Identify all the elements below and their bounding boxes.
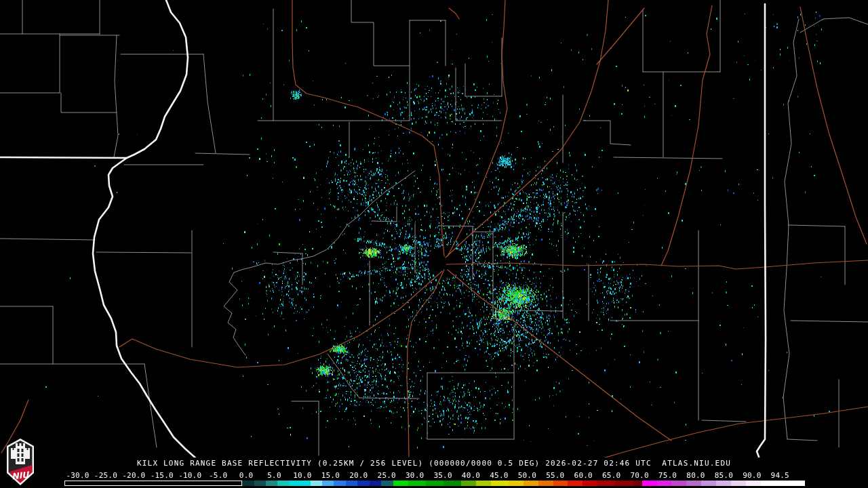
scale-tick-label: 0.0 xyxy=(239,472,253,480)
radar-map-canvas[interactable] xyxy=(0,0,868,488)
scale-tick-label: -10.0 xyxy=(178,472,201,480)
scale-tick-label: 30.0 xyxy=(406,472,424,480)
colorbar-positive-segment xyxy=(242,481,805,486)
scale-tick-label: 65.0 xyxy=(602,472,620,480)
scale-tick-label: -25.0 xyxy=(94,472,117,480)
scale-tick-label: 40.0 xyxy=(462,472,480,480)
scale-tick-label: 60.0 xyxy=(574,472,593,480)
scale-tick-label: -20.0 xyxy=(122,472,145,480)
scale-tick-label: 55.0 xyxy=(546,472,564,480)
scale-tick-label: 35.0 xyxy=(433,472,452,480)
radar-viewer: KILX LONG RANGE BASE REFLECTIVITY (0.25K… xyxy=(0,0,868,488)
scale-tick-label: 75.0 xyxy=(658,472,677,480)
scale-tick-label: 5.0 xyxy=(267,472,281,480)
scale-tick-label: 20.0 xyxy=(349,472,368,480)
scale-tick-label: 94.5 xyxy=(771,472,789,480)
reflectivity-colorbar xyxy=(0,481,868,487)
niu-logo: NIU xyxy=(5,437,36,487)
reflectivity-scale-labels: -30.0-25.0-20.0-15.0-10.0-5.00.05.010.01… xyxy=(0,472,868,480)
scale-tick-label: 45.0 xyxy=(490,472,508,480)
colorbar-negative-segment xyxy=(64,481,242,486)
scale-tick-label: 10.0 xyxy=(293,472,311,480)
scale-tick-label: 90.0 xyxy=(743,472,761,480)
logo-text: NIU xyxy=(11,469,31,481)
scale-tick-label: -15.0 xyxy=(151,472,174,480)
scale-tick-label: 50.0 xyxy=(518,472,536,480)
scale-tick-label: 70.0 xyxy=(630,472,648,480)
scale-tick-label: -5.0 xyxy=(209,472,227,480)
scale-tick-label: 15.0 xyxy=(321,472,340,480)
scale-tick-label: 80.0 xyxy=(686,472,705,480)
radar-caption: KILX LONG RANGE BASE REFLECTIVITY (0.25K… xyxy=(0,460,868,468)
scale-tick-label: 25.0 xyxy=(378,472,396,480)
scale-tick-label: 85.0 xyxy=(715,472,733,480)
scale-tick-label: -30.0 xyxy=(66,472,89,480)
